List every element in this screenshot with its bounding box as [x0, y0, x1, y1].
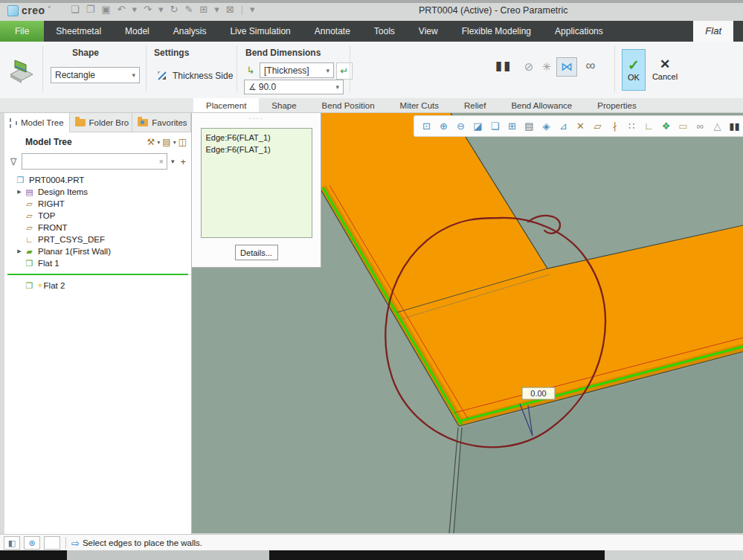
web-browser-icon[interactable]: ⊛: [24, 536, 40, 550]
view-manager-icon[interactable]: ⊞: [504, 116, 521, 136]
dashboard-tab[interactable]: Miter Cuts: [387, 98, 451, 112]
annotation-display-icon[interactable]: ❖: [657, 116, 675, 136]
tree-item[interactable]: ❐ ✳ Flat 2: [4, 280, 191, 292]
dashboard-tab[interactable]: Shape: [259, 98, 309, 112]
verify-feature-button[interactable]: ✳: [538, 60, 555, 74]
tree-search-input[interactable]: [25, 156, 158, 167]
refit-icon[interactable]: ◪: [469, 116, 486, 136]
thickness-side-button[interactable]: Thickness Side: [156, 70, 233, 82]
shape-select[interactable]: Rectangle ▾: [51, 67, 140, 83]
ar-design-share-icon[interactable]: ∞: [692, 116, 709, 136]
tree-item-label[interactable]: RIGHT: [38, 199, 65, 208]
dashboard-tab[interactable]: Bend Position: [309, 98, 387, 112]
notes-display-icon[interactable]: ▭: [675, 116, 692, 136]
customize-qat-icon[interactable]: ▾: [250, 4, 255, 15]
plane-display-icon[interactable]: ▱: [589, 116, 606, 136]
toggle-browser-icon[interactable]: ◧: [4, 536, 20, 550]
navigator-tab[interactable]: Folder Bro: [70, 113, 133, 132]
tree-item-label[interactable]: Flat 2: [44, 281, 65, 290]
ribbon-tab[interactable]: Annotate: [303, 21, 362, 42]
tree-item[interactable]: ▶ ▤ Design Items: [4, 186, 191, 198]
tree-search-box[interactable]: ×: [22, 153, 167, 170]
details-button[interactable]: Details...: [235, 245, 278, 260]
tree-filters-caret-icon[interactable]: ▾: [173, 139, 176, 146]
dashboard-tab[interactable]: Properties: [585, 98, 649, 112]
ribbon-tab[interactable]: Live Simulation: [218, 21, 302, 42]
zoom-in-icon[interactable]: ⊕: [435, 116, 452, 136]
windows-icon[interactable]: ⊞: [199, 4, 208, 15]
glasses-preview-button[interactable]: ∞: [580, 58, 601, 74]
ok-button[interactable]: ✓ OK: [622, 49, 646, 91]
dashboard-tab[interactable]: Relief: [451, 98, 498, 112]
clear-search-icon[interactable]: ×: [158, 157, 163, 166]
tree-item-label[interactable]: FRONT: [38, 223, 68, 232]
save-icon[interactable]: ▣: [101, 4, 110, 15]
navigator-tab[interactable]: Model Tree: [4, 113, 70, 132]
expand-arrow-icon[interactable]: ▶: [15, 189, 24, 195]
tree-settings-icon[interactable]: ⚒: [147, 137, 155, 147]
redo-icon[interactable]: ↷: [144, 4, 152, 15]
model-display-icon[interactable]: ✎: [184, 4, 193, 15]
tree-item[interactable]: ▱ TOP: [4, 210, 191, 222]
tree-item-label[interactable]: PRT_CSYS_DEF: [38, 235, 105, 244]
ribbon-tab[interactable]: Sheetmetal: [44, 21, 113, 42]
close-window-icon[interactable]: ⊠: [226, 4, 234, 15]
panel-drag-handle[interactable]: ····: [192, 113, 321, 123]
expand-arrow-icon[interactable]: ▶: [15, 248, 24, 254]
saved-views-icon[interactable]: ❏: [486, 116, 504, 136]
ribbon-tab[interactable]: Analysis: [161, 21, 219, 42]
blank-panel-icon[interactable]: [44, 536, 60, 550]
ribbon-tab[interactable]: File: [0, 21, 44, 42]
feature-preview-button[interactable]: ⋈: [556, 57, 577, 77]
tree-item[interactable]: ▶ ▰ Planar 1(First Wall): [4, 245, 191, 257]
csys-display-icon[interactable]: ∟: [640, 116, 657, 136]
axis-display-icon[interactable]: ∤: [606, 116, 623, 136]
tree-item[interactable]: ❐ Flat 1: [4, 257, 191, 269]
new-file-icon[interactable]: ❏: [71, 4, 80, 15]
ribbon-tab[interactable]: Flexible Modeling: [450, 21, 543, 42]
bend-relief-button[interactable]: ↳: [244, 62, 257, 78]
ribbon-tab[interactable]: Model: [113, 21, 161, 42]
tree-item[interactable]: ∟ PRT_CSYS_DEF: [4, 234, 191, 245]
dashboard-tab[interactable]: Bend Allowance: [498, 98, 585, 112]
ribbon-tab[interactable]: Tools: [362, 21, 407, 42]
capture-image-icon[interactable]: ▤: [521, 116, 538, 136]
pause-display-icon[interactable]: ▮▮: [726, 116, 743, 136]
tree-item[interactable]: ❒ PRT0004.PRT: [4, 174, 191, 186]
flat-tool-button[interactable]: [4, 51, 39, 89]
display-style-icon[interactable]: ◈: [538, 116, 555, 136]
tree-item-label[interactable]: PRT0004.PRT: [29, 176, 84, 184]
ribbon-tab[interactable]: View: [407, 21, 450, 42]
qat-separator[interactable]: |: [241, 4, 243, 15]
tree-filters-icon[interactable]: ▤: [162, 137, 170, 147]
tree-columns-icon[interactable]: ◫: [178, 137, 187, 147]
zoom-region-icon[interactable]: ⊡: [418, 116, 435, 136]
datum-display-icon[interactable]: ⊿: [555, 116, 572, 136]
insert-here-indicator[interactable]: [7, 274, 188, 275]
no-preview-button[interactable]: ⊘: [521, 60, 537, 74]
tree-item-label[interactable]: Design Items: [38, 187, 88, 196]
undo-dropdown-icon[interactable]: ▾: [132, 4, 138, 15]
search-dropdown-icon[interactable]: ▾: [170, 158, 176, 165]
edge-reference[interactable]: Edge:F6(FLAT_1): [206, 144, 307, 155]
edge-collector-list[interactable]: Edge:F6(FLAT_1)Edge:F6(FLAT_1): [201, 128, 312, 238]
open-file-icon[interactable]: ❐: [86, 4, 95, 15]
edge-reference[interactable]: Edge:F6(FLAT_1): [206, 132, 307, 144]
point-display-icon[interactable]: ∷: [623, 116, 640, 136]
undo-icon[interactable]: ↶: [118, 4, 126, 15]
tree-item-label[interactable]: TOP: [38, 211, 55, 220]
datum-axes-display-icon[interactable]: ✕: [572, 116, 589, 136]
bend-angle-select[interactable]: ∡ 90.0 ▾: [244, 80, 344, 94]
ribbon-tab[interactable]: Applications: [543, 21, 615, 42]
tree-item-label[interactable]: Flat 1: [38, 259, 59, 268]
warning-icon[interactable]: △: [709, 116, 726, 136]
tree-item-label[interactable]: Planar 1(First Wall): [38, 247, 111, 256]
windows-dropdown-icon[interactable]: ▾: [214, 4, 219, 15]
dashboard-tab[interactable]: Placement: [193, 98, 259, 112]
tree-settings-caret-icon[interactable]: ▾: [157, 139, 160, 146]
regenerate-icon[interactable]: ↻: [170, 4, 178, 15]
tab-flat-contextual[interactable]: Flat: [693, 21, 733, 42]
navigator-tab[interactable]: Favorites: [132, 113, 191, 132]
add-filter-icon[interactable]: +: [178, 156, 188, 167]
redo-dropdown-icon[interactable]: ▾: [158, 4, 164, 15]
